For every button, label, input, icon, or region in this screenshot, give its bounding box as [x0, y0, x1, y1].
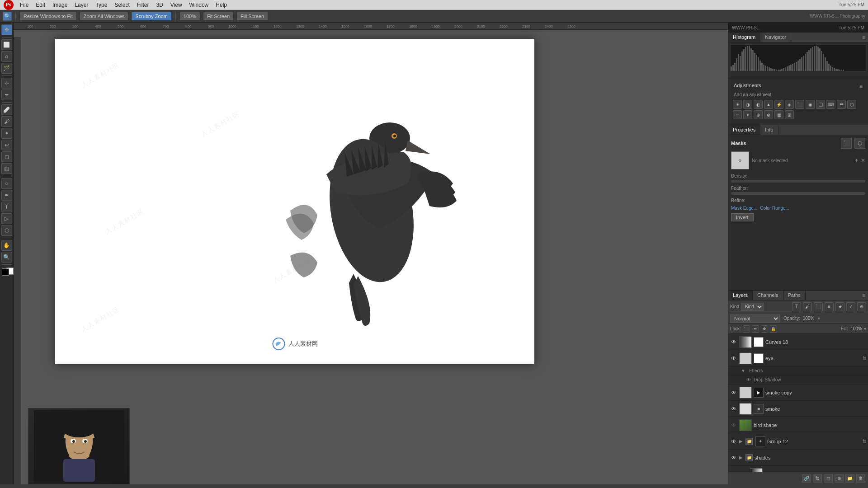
adj-brightness[interactable]: ☀	[733, 100, 742, 109]
adj-curves[interactable]: ◐	[754, 100, 763, 109]
layer-vis-bird[interactable]: 👁	[730, 422, 737, 429]
lock-pos-btn[interactable]: ⬛	[743, 325, 750, 333]
layers-delete-btn[interactable]: 🗑	[856, 474, 865, 483]
layer-filter-btn3[interactable]: ⬛	[814, 302, 823, 311]
layer-filter-btn1[interactable]: T	[792, 302, 801, 311]
layer-filter-btn5[interactable]: ★	[835, 302, 844, 311]
eraser-tool[interactable]: ◻	[1, 151, 12, 162]
kind-select[interactable]: Kind	[741, 303, 764, 311]
adj-hsl[interactable]: ◈	[785, 100, 794, 109]
crop-tool[interactable]: ⊹	[1, 78, 12, 89]
layer-curves18[interactable]: 👁 Curves 18	[728, 334, 868, 350]
zoom-100-btn[interactable]: 100%	[179, 12, 200, 21]
adj-threshold[interactable]: ✦	[743, 110, 752, 119]
lasso-tool[interactable]: ⌀	[1, 51, 12, 62]
histogram-menu-btn[interactable]: ≡	[859, 33, 868, 42]
lock-paint-btn[interactable]: ✒	[752, 325, 759, 333]
menu-help[interactable]: Help	[213, 1, 230, 9]
history-brush[interactable]: ↩	[1, 140, 12, 150]
adj-bw[interactable]: ◉	[806, 100, 815, 109]
properties-tab[interactable]: Properties	[728, 125, 760, 135]
menu-3d[interactable]: 3D	[153, 1, 165, 9]
healing-tool[interactable]: 🩹	[1, 104, 12, 115]
navigator-tab[interactable]: Navigator	[760, 33, 791, 42]
clone-tool[interactable]: ✦	[1, 128, 12, 139]
zoom-tool-btn[interactable]: 🔍	[3, 12, 12, 21]
layer-vis-eye[interactable]: 👁	[730, 355, 737, 362]
adj-channel-mixer[interactable]: ⌨	[826, 100, 835, 109]
color-range-btn[interactable]: Color Range...	[760, 206, 789, 211]
brush-tool[interactable]: 🖌	[1, 116, 12, 127]
layer-curves16[interactable]: 👁 ✏ 🔗 Curves 16	[728, 466, 868, 472]
adj-solid[interactable]: ⊞	[785, 110, 794, 119]
adj-pattern[interactable]: ▦	[774, 110, 783, 119]
adj-color-lookup[interactable]: ☰	[837, 100, 846, 109]
move-tool[interactable]: ✥	[1, 24, 12, 35]
layer-filter-toggle[interactable]: ⊕	[857, 302, 866, 311]
layers-folder-btn[interactable]: 📁	[845, 474, 854, 483]
pen-tool[interactable]: ✒	[1, 190, 12, 201]
feather-slider[interactable]	[731, 192, 865, 195]
layer-filter-btn2[interactable]: 🖌	[803, 302, 812, 311]
group12-arrow[interactable]: ▶	[739, 439, 743, 444]
hand-tool[interactable]: ✋	[1, 240, 12, 251]
gradient-tool[interactable]: ▥	[1, 163, 12, 174]
adj-invert[interactable]: ⬡	[847, 100, 856, 109]
layer-vis-smoke[interactable]: 👁	[730, 405, 737, 413]
layer-eye[interactable]: 👁 eye. fx	[728, 350, 868, 366]
text-tool[interactable]: T	[1, 202, 12, 212]
adj-selective-color[interactable]: ⊕	[754, 110, 763, 119]
layer-filter-btn4[interactable]: ≡	[825, 302, 834, 311]
layers-menu-btn[interactable]: ≡	[859, 291, 868, 300]
menu-layer[interactable]: Layer	[72, 1, 91, 9]
vector-mask-btn[interactable]: ⬡	[854, 138, 865, 149]
mask-add-btn[interactable]: +	[855, 157, 858, 164]
pixel-mask-btn[interactable]: ⬛	[841, 138, 852, 149]
foreground-color[interactable]	[2, 268, 9, 276]
layer-smoke[interactable]: 👁 ■ smoke	[728, 401, 868, 417]
layers-fx-btn[interactable]: fx	[813, 474, 822, 483]
menu-image[interactable]: Image	[50, 1, 70, 9]
fill-value[interactable]: 100%	[850, 326, 862, 331]
adj-photo-filter[interactable]: ❑	[816, 100, 825, 109]
menu-type[interactable]: Type	[93, 1, 110, 9]
layer-shades[interactable]: 👁 ▶ 📁 shades	[728, 450, 868, 466]
fill-screen-btn[interactable]: Fill Screen	[236, 12, 268, 21]
lock-move-btn[interactable]: ✥	[761, 325, 768, 333]
resize-windows-btn[interactable]: Resize Windows to Fit	[19, 12, 77, 21]
layer-bird-shape[interactable]: 👁 bird shape	[728, 417, 868, 433]
menu-file[interactable]: File	[17, 1, 31, 9]
adj-vibrance[interactable]: ⚡	[774, 100, 783, 109]
layers-mask-btn[interactable]: ◻	[824, 474, 833, 483]
opacity-value[interactable]: 100%	[803, 316, 815, 321]
adjustments-menu-btn[interactable]: ≡	[859, 83, 863, 89]
adj-exposure[interactable]: ▲	[764, 100, 773, 109]
adj-color-balance[interactable]: ⬛	[795, 100, 804, 109]
layer-vis-group12[interactable]: 👁	[730, 438, 737, 445]
adj-levels[interactable]: ◑	[743, 100, 752, 109]
layers-add-btn[interactable]: ⊕	[835, 474, 844, 483]
scrubby-zoom-btn[interactable]: Scrubby Zoom	[131, 12, 172, 21]
mask-delete-btn[interactable]: ✕	[861, 157, 865, 164]
fit-screen-btn[interactable]: Fit Screen	[203, 12, 234, 21]
menu-filter[interactable]: Filter	[134, 1, 152, 9]
channels-tab[interactable]: Channels	[753, 291, 783, 300]
adj-gradient-map[interactable]: ⊗	[764, 110, 773, 119]
adj-posterize[interactable]: ≡	[733, 110, 742, 119]
shades-arrow[interactable]: ▶	[739, 455, 743, 460]
shape-tool[interactable]: ⬡	[1, 225, 12, 236]
layer-vis-smoke-copy[interactable]: 👁	[730, 389, 737, 396]
layer-vis-curves18[interactable]: 👁	[730, 338, 737, 346]
info-tab[interactable]: Info	[760, 125, 778, 135]
invert-btn[interactable]: Invert	[731, 213, 754, 221]
path-tool[interactable]: ▷	[1, 213, 12, 224]
layer-vis-shades[interactable]: 👁	[730, 454, 737, 461]
paths-tab[interactable]: Paths	[783, 291, 806, 300]
layer-group12[interactable]: 👁 ▶ 📁 ✦ Group 12 fx	[728, 433, 868, 450]
quick-select-tool[interactable]: 🪄	[1, 63, 12, 74]
canvas-container[interactable]: 人人素材社区 人人素材社区 人人素材社区 人人素材社区 人人素材社区 人人素材社…	[28, 30, 728, 484]
layer-smoke-copy[interactable]: 👁 ▶ smoke copy	[728, 385, 868, 401]
eyedropper-tool[interactable]: ✒	[1, 89, 12, 100]
zoom-tool[interactable]: 🔍	[1, 252, 12, 263]
marquee-tool[interactable]: ⬜	[1, 39, 12, 50]
